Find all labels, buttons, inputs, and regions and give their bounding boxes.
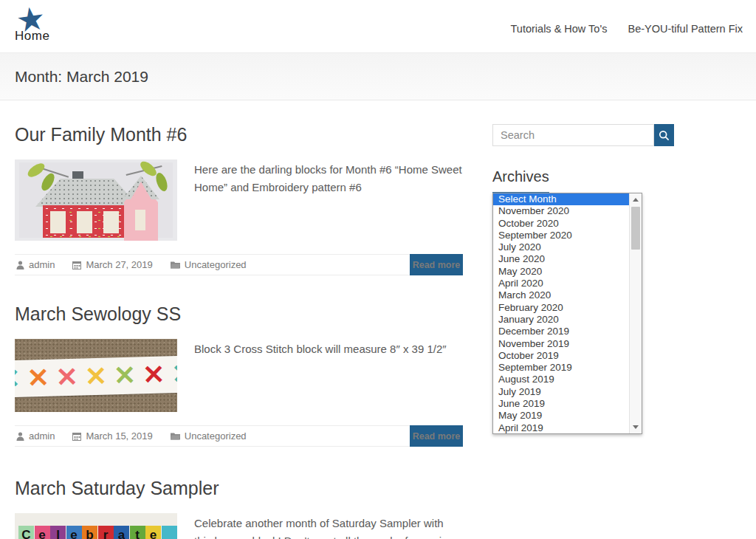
primary-nav: Tutorials & How To's Be-YOU-tiful Patter… [493,23,743,35]
archives-option[interactable]: June 2019 [493,398,629,410]
sidebar: Archives Select Month Select MonthNovemb… [492,100,741,539]
archives-option[interactable]: April 2019 [493,422,629,434]
celebrate-letter-tile: a [114,526,129,539]
post-meta-bar: admin March 15, 2019 Uncategorized Read … [15,425,463,447]
archives-option[interactable]: July 2019 [493,386,629,398]
celebrate-letter-tile: e [35,526,50,539]
post-list: Our Family Month #6 [15,100,463,539]
celebrate-letter-tile: t [130,526,145,539]
archives-option[interactable]: September 2020 [493,230,629,241]
post-thumbnail-house-quilt[interactable] [15,159,177,241]
post-category-link[interactable]: Uncategorized [185,259,247,270]
cross-stitch-x: ✕ [53,361,81,394]
scrollbar-thumb[interactable] [631,207,640,250]
archives-option[interactable]: October 2020 [493,218,629,230]
post-march-sewology-ss: March Sewology SS ✕✕✕✕✕✕✕ Block 3 Cross … [15,303,463,447]
nav-tutorials-link[interactable]: Tutorials & How To's [511,23,608,35]
category-folder-icon [171,261,180,269]
calendar-icon [72,432,81,441]
post-march-saturday-sampler: March Saturday Sampler Celebrate Celebra… [15,478,463,539]
archives-option[interactable]: May 2020 [493,266,629,278]
scroll-up-arrow-icon[interactable] [633,198,639,202]
celebrate-letter-tile: C [18,526,34,539]
celebrate-letter-tile: l [50,526,66,539]
post-meta-bar: admin March 27, 2019 Uncategorized Read … [15,254,463,275]
calendar-icon [72,261,81,270]
read-more-button[interactable]: Read more [410,425,463,447]
archives-option[interactable]: October 2019 [493,350,629,362]
archives-heading: Archives [492,168,549,193]
post-author-link[interactable]: admin [29,430,55,442]
celebrate-letter-tile: b [82,526,97,539]
archives-option[interactable]: January 2020 [493,314,629,326]
post-title-link[interactable]: Our Family Month #6 [15,124,463,145]
cross-stitch-x: ✕ [168,357,177,391]
post-title-link[interactable]: March Sewology SS [15,303,463,325]
search-button[interactable] [654,124,674,146]
archives-option[interactable]: November 2020 [493,205,629,217]
post-date: March 27, 2019 [86,259,152,270]
page-title: Month: March 2019 [15,68,148,86]
house-window [135,210,145,230]
celebrate-letter-tile: r [98,526,114,539]
dropdown-scrollbar[interactable] [629,193,642,433]
post-excerpt: Here are the darling blocks for Month #6… [194,159,463,241]
cross-stitch-x: ✕ [82,360,110,393]
post-title-link[interactable]: March Saturday Sampler [15,478,463,499]
celebrate-letter-tile: e [66,526,82,539]
archives-option[interactable]: December 2019 [493,326,629,337]
site-logo-home-link[interactable]: ★ Home [15,4,49,44]
archives-option[interactable]: June 2020 [493,253,629,265]
author-icon [16,432,24,441]
post-thumbnail-celebrate-banner[interactable]: Celebrate [15,513,177,539]
star-logo-icon: ★ [14,2,51,36]
archives-option[interactable]: April 2020 [493,278,629,289]
search-input[interactable] [492,124,654,146]
cross-stitch-x: ✕ [24,362,52,395]
search-icon [659,130,670,141]
post-thumbnail-cross-stitch[interactable]: ✕✕✕✕✕✕✕ [15,339,177,412]
post-excerpt: Block 3 Cross Stitch block will measure … [194,339,447,412]
archives-option[interactable]: July 2020 [493,241,629,253]
site-header: ★ Home Tutorials & How To's Be-YOU-tiful… [0,0,756,53]
author-icon [16,261,24,270]
search-form [492,124,741,146]
archives-option[interactable]: November 2019 [493,338,629,350]
post-excerpt: Celebrate another month of Saturday Samp… [194,513,463,539]
post-category-link[interactable]: Uncategorized [185,430,247,442]
cross-stitch-x: ✕ [15,363,24,396]
category-folder-icon [171,432,180,440]
celebrate-letter-tile: e [145,526,161,539]
house-window [103,211,119,233]
post-date: March 15, 2019 [86,430,152,442]
scroll-down-arrow-icon[interactable] [633,425,639,429]
archives-option[interactable]: September 2019 [493,362,629,374]
cross-stitch-x: ✕ [111,359,139,392]
read-more-button[interactable]: Read more [410,254,463,275]
post-our-family-month-6: Our Family Month #6 [15,124,463,275]
archives-option[interactable]: Select Month [493,193,629,205]
page-title-band: Month: March 2019 [0,53,756,100]
archives-option[interactable]: February 2020 [493,302,629,314]
archives-options-list: Select MonthNovember 2020October 2020Sep… [493,193,629,433]
cross-stitch-strip: ✕✕✕✕✕✕✕ [15,356,177,397]
cross-stitch-x: ✕ [140,358,168,391]
nav-pattern-fix-link[interactable]: Be-YOU-tiful Pattern Fix [628,23,743,35]
house-window [77,211,92,233]
celebrate-letter-tile [162,526,177,539]
archives-option[interactable]: August 2019 [493,374,629,385]
post-author-link[interactable]: admin [29,259,55,270]
house-window [50,211,66,233]
archives-option[interactable]: March 2020 [493,289,629,301]
archives-dropdown: Select MonthNovember 2020October 2020Sep… [492,193,642,434]
archives-option[interactable]: May 2019 [493,410,629,422]
